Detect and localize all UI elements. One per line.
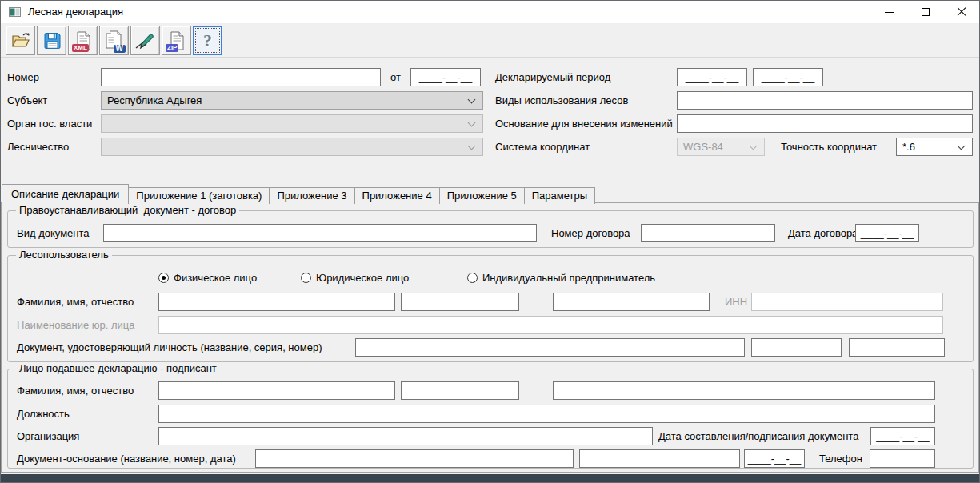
- maximize-button[interactable]: [907, 1, 943, 23]
- identity-doc-series-input[interactable]: [751, 338, 842, 357]
- usage-input[interactable]: [677, 91, 973, 110]
- forestry-combobox[interactable]: [101, 138, 483, 156]
- export-zip-button[interactable]: ZIP: [162, 26, 191, 55]
- contract-groupbox-legend: Правоустанавливающий документ - договор: [16, 204, 239, 216]
- tab-strip: Описание декларации Приложение 1 (загото…: [2, 183, 594, 204]
- basis-doc-number-input[interactable]: [579, 449, 740, 468]
- legal-name-label: Наименование юр. лица: [17, 316, 134, 334]
- forestry-label: Лесничество: [7, 138, 69, 156]
- sign-date-input[interactable]: [870, 427, 935, 445]
- authority-combobox[interactable]: [101, 114, 483, 133]
- basis-doc-name-input[interactable]: [255, 449, 574, 468]
- tab-annex3[interactable]: Приложение 3: [269, 187, 354, 204]
- inn-input[interactable]: [751, 293, 943, 311]
- close-button[interactable]: [943, 1, 979, 23]
- app-icon: [9, 6, 22, 18]
- radio-individual[interactable]: Физическое лицо: [158, 271, 257, 284]
- doc-type-label: Вид документа: [17, 224, 90, 242]
- tab-annex1[interactable]: Приложение 1 (заготовка): [128, 187, 270, 204]
- word-badge: W: [114, 45, 126, 53]
- coord-system-label: Система координат: [495, 138, 590, 156]
- contract-date-input[interactable]: [855, 224, 919, 242]
- subject-value: Республика Адыгея: [107, 94, 202, 106]
- coord-precision-combobox[interactable]: *.6: [896, 138, 973, 156]
- save-floppy-icon: [42, 31, 62, 50]
- open-file-button[interactable]: [6, 26, 35, 55]
- signer-fio-input-1[interactable]: [158, 381, 395, 400]
- radio-entrepreneur[interactable]: Индивидуальный предприниматель: [467, 271, 655, 284]
- coord-precision-value: *.6: [902, 141, 915, 153]
- phone-input[interactable]: [870, 449, 935, 468]
- bottom-dark-strip: [1, 474, 979, 483]
- organization-label: Организация: [17, 427, 79, 445]
- inn-label: ИНН: [725, 293, 747, 311]
- minimize-button[interactable]: [871, 1, 907, 23]
- identity-doc-number-input[interactable]: [849, 338, 945, 357]
- period-end-date-input[interactable]: [753, 68, 823, 86]
- coord-system-combobox[interactable]: WGS-84: [677, 138, 765, 156]
- radio-legal-label: Юридическое лицо: [316, 272, 409, 284]
- period-label: Декларируемый период: [495, 68, 610, 86]
- organization-input[interactable]: [158, 427, 653, 445]
- user-fio-input-1[interactable]: [158, 293, 395, 311]
- changes-input[interactable]: [677, 114, 973, 133]
- maximize-icon: [922, 8, 930, 16]
- radio-individual-dot-icon: [158, 273, 169, 283]
- open-folder-icon: [10, 31, 31, 50]
- signer-groupbox-legend: Лицо подавшее декларацию - подписант: [16, 362, 220, 374]
- identity-doc-name-input[interactable]: [355, 338, 745, 357]
- position-label: Должность: [17, 405, 70, 423]
- coord-system-value: WGS-84: [683, 141, 723, 153]
- window-title: Лесная декларация: [28, 1, 123, 23]
- tab-annex4[interactable]: Приложение 4: [354, 187, 440, 204]
- radio-entrepreneur-label: Индивидуальный предприниматель: [482, 272, 655, 284]
- declaration-date-input[interactable]: [410, 68, 481, 86]
- contract-date-label: Дата договора: [788, 224, 858, 242]
- minimize-icon: [885, 12, 894, 13]
- toolbar: XML W: [1, 23, 979, 58]
- contract-number-input[interactable]: [641, 224, 775, 242]
- save-button[interactable]: [37, 26, 66, 55]
- identity-doc-label: Документ, удостоверяющий личность (назва…: [17, 338, 322, 357]
- radio-legal-entity[interactable]: Юридическое лицо: [301, 271, 409, 284]
- period-start-date-input[interactable]: [677, 68, 747, 86]
- app-window: Лесная декларация: [0, 0, 980, 483]
- usage-label: Виды использования лесов: [495, 91, 628, 110]
- zip-badge: ZIP: [166, 44, 178, 52]
- signer-fio-input-3[interactable]: [553, 381, 935, 400]
- from-label: от: [390, 68, 401, 86]
- basis-doc-date-input[interactable]: [744, 449, 805, 468]
- help-button[interactable]: ?: [193, 26, 222, 55]
- authority-label: Орган гос. власти: [7, 114, 92, 133]
- phone-label: Телефон: [819, 449, 862, 468]
- signer-fio-label: Фамилия, имя, отчество: [17, 381, 134, 400]
- number-input[interactable]: [101, 68, 381, 86]
- tab-description[interactable]: Описание декларации: [2, 184, 129, 204]
- user-fio-label: Фамилия, имя, отчество: [17, 293, 134, 311]
- position-input[interactable]: [158, 405, 935, 423]
- title-bar: Лесная декларация: [1, 1, 979, 23]
- legal-name-input[interactable]: [158, 316, 943, 334]
- number-label: Номер: [7, 68, 39, 86]
- radio-entrepreneur-dot-icon: [467, 273, 478, 283]
- subject-combobox[interactable]: Республика Адыгея: [101, 91, 483, 110]
- xml-badge: XML: [72, 44, 89, 52]
- coord-precision-label: Точность координат: [781, 138, 877, 156]
- sign-document-button[interactable]: [130, 26, 160, 55]
- close-icon: [957, 7, 966, 17]
- doc-type-input[interactable]: [103, 224, 537, 242]
- tab-parameters[interactable]: Параметры: [524, 187, 595, 204]
- sign-date-label: Дата составления/подписания документа: [658, 427, 858, 445]
- contract-number-label: Номер договора: [551, 224, 630, 242]
- subject-label: Субъект: [7, 91, 47, 110]
- signer-fio-input-2[interactable]: [401, 381, 519, 400]
- signature-pen-icon: [134, 31, 157, 50]
- tab-annex5[interactable]: Приложение 5: [439, 187, 525, 204]
- radio-legal-dot-icon: [301, 273, 311, 283]
- user-fio-input-3[interactable]: [553, 293, 710, 311]
- user-fio-input-2[interactable]: [401, 293, 519, 311]
- export-xml-button[interactable]: XML: [68, 26, 98, 55]
- export-word-button[interactable]: W: [99, 26, 129, 55]
- basis-doc-label: Документ-основание (название, номер, дат…: [17, 449, 236, 468]
- help-question-icon: ?: [203, 30, 212, 51]
